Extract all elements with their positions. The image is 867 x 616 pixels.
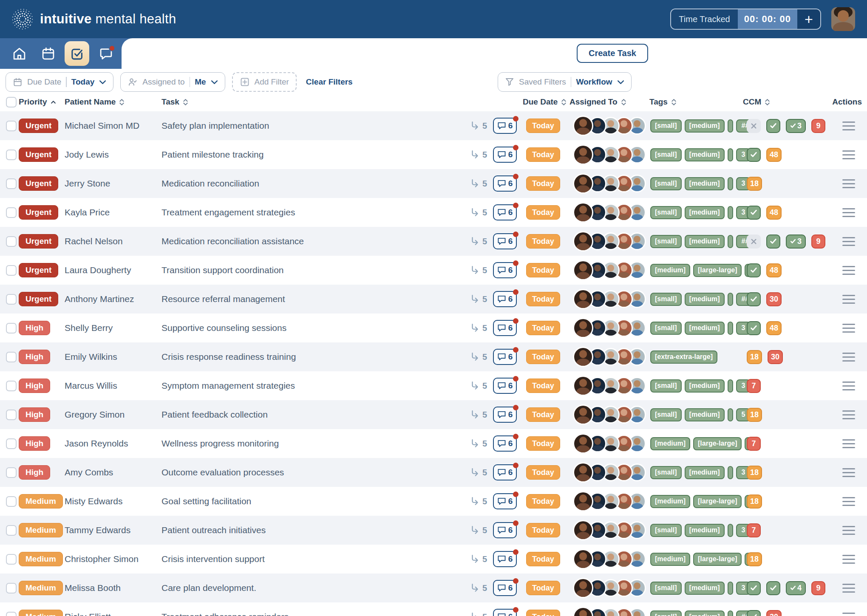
task-title[interactable]: Patient milestone tracking xyxy=(162,150,462,160)
task-title[interactable]: Patient outreach initiatives xyxy=(162,525,462,535)
comments-button[interactable]: 6 xyxy=(493,378,517,394)
task-title[interactable]: Medication reconciliation assistance xyxy=(162,236,462,246)
row-checkbox[interactable] xyxy=(6,554,17,565)
ccm-check-button[interactable] xyxy=(747,263,761,277)
due-date-badge[interactable]: Today xyxy=(526,610,560,616)
comments-button[interactable]: 6 xyxy=(493,551,517,567)
row-actions-menu[interactable] xyxy=(842,208,855,217)
row-actions-menu[interactable] xyxy=(842,497,855,506)
select-all-checkbox[interactable] xyxy=(6,97,17,107)
patient-name[interactable]: Christopher Simon xyxy=(65,554,162,564)
row-checkbox[interactable] xyxy=(6,496,17,507)
row-checkbox[interactable] xyxy=(6,294,17,305)
row-checkbox[interactable] xyxy=(6,467,17,478)
due-date-badge[interactable]: Today xyxy=(526,234,560,249)
row-checkbox[interactable] xyxy=(6,612,17,616)
ccm-minutes-badge[interactable]: 30 xyxy=(768,350,783,364)
column-header-tags[interactable]: Tags xyxy=(649,97,743,107)
row-actions-menu[interactable] xyxy=(842,266,855,275)
row-actions-menu[interactable] xyxy=(842,353,855,362)
ccm-minutes-badge[interactable]: 18 xyxy=(747,552,762,566)
patient-name[interactable]: Shelly Berry xyxy=(65,323,162,333)
add-filter-button[interactable]: Add Filter xyxy=(232,72,297,92)
ccm-check-button[interactable] xyxy=(747,148,761,162)
ccm-check-count-button[interactable]: 4 xyxy=(786,581,806,595)
task-title[interactable]: Transition support coordination xyxy=(162,265,462,275)
patient-name[interactable]: Laura Dougherty xyxy=(65,265,162,275)
ccm-minutes-badge[interactable]: 18 xyxy=(747,408,762,422)
nav-calendar[interactable] xyxy=(36,41,60,66)
row-checkbox[interactable] xyxy=(6,121,17,131)
due-date-badge[interactable]: Today xyxy=(526,350,560,364)
patient-name[interactable]: Ricky Elliott xyxy=(65,612,162,616)
comments-button[interactable]: 6 xyxy=(493,147,517,163)
due-date-badge[interactable]: Today xyxy=(526,263,560,277)
patient-name[interactable]: Melissa Booth xyxy=(65,583,162,593)
row-actions-menu[interactable] xyxy=(842,381,855,390)
task-title[interactable]: Crisis intervention support xyxy=(162,554,462,564)
ccm-minutes-badge[interactable]: 18 xyxy=(747,466,762,480)
row-checkbox[interactable] xyxy=(6,150,17,160)
task-title[interactable]: Crisis response readiness training xyxy=(162,352,462,362)
patient-name[interactable]: Amy Combs xyxy=(65,467,162,478)
row-checkbox[interactable] xyxy=(6,525,17,536)
patient-name[interactable]: Emily Wilkins xyxy=(65,352,162,362)
patient-name[interactable]: Misty Edwards xyxy=(65,496,162,506)
column-header-priority[interactable]: Priority xyxy=(19,97,65,107)
comments-button[interactable]: 6 xyxy=(493,175,517,192)
ccm-minutes-badge[interactable]: 18 xyxy=(747,177,762,191)
column-header-patient-name[interactable]: Patient Name xyxy=(65,97,162,107)
ccm-minutes-badge[interactable]: 18 xyxy=(747,350,762,364)
column-header-task[interactable]: Task xyxy=(162,97,462,107)
comments-button[interactable]: 6 xyxy=(493,349,517,365)
row-checkbox[interactable] xyxy=(6,381,17,391)
column-header-due-date[interactable]: Due Date xyxy=(523,97,570,107)
due-date-badge[interactable]: Today xyxy=(526,407,560,422)
ccm-dismiss-button[interactable] xyxy=(747,119,761,133)
ccm-check-button[interactable] xyxy=(766,581,780,595)
row-actions-menu[interactable] xyxy=(842,179,855,188)
row-actions-menu[interactable] xyxy=(842,613,855,616)
user-avatar[interactable] xyxy=(831,7,855,31)
comments-button[interactable]: 6 xyxy=(493,435,517,452)
ccm-check-button[interactable] xyxy=(747,581,761,595)
row-actions-menu[interactable] xyxy=(842,150,855,159)
patient-name[interactable]: Rachel Nelson xyxy=(65,236,162,246)
due-date-badge[interactable]: Today xyxy=(526,176,560,191)
patient-name[interactable]: Marcus Willis xyxy=(65,381,162,391)
assigned-to-filter[interactable]: Assigned to Me xyxy=(120,72,225,92)
ccm-check-button[interactable] xyxy=(766,119,780,133)
patient-name[interactable]: Gregory Simon xyxy=(65,410,162,420)
row-actions-menu[interactable] xyxy=(842,526,855,535)
due-date-badge[interactable]: Today xyxy=(526,523,560,537)
comments-button[interactable]: 6 xyxy=(493,522,517,538)
ccm-check-count-button[interactable]: 3 xyxy=(786,235,806,249)
patient-name[interactable]: Jerry Stone xyxy=(65,178,162,189)
row-checkbox[interactable] xyxy=(6,207,17,218)
ccm-minutes-badge[interactable]: 9 xyxy=(811,581,825,595)
task-title[interactable]: Symptom management strategies xyxy=(162,381,462,391)
task-title[interactable]: Treatment engagement strategies xyxy=(162,207,462,218)
nav-home[interactable] xyxy=(7,41,31,66)
clear-filters-link[interactable]: Clear Filters xyxy=(306,77,353,87)
patient-name[interactable]: Jody Lewis xyxy=(65,150,162,160)
row-actions-menu[interactable] xyxy=(842,555,855,564)
due-date-badge[interactable]: Today xyxy=(526,436,560,451)
patient-name[interactable]: Anthony Martinez xyxy=(65,294,162,304)
row-actions-menu[interactable] xyxy=(842,410,855,419)
task-title[interactable]: Supportive counseling sessions xyxy=(162,323,462,333)
row-actions-menu[interactable] xyxy=(842,122,855,130)
ccm-check-button[interactable] xyxy=(747,206,761,220)
comments-button[interactable]: 6 xyxy=(493,118,517,134)
task-title[interactable]: Goal setting facilitation xyxy=(162,496,462,506)
ccm-minutes-badge[interactable]: 7 xyxy=(747,523,761,537)
patient-name[interactable]: Kayla Price xyxy=(65,207,162,218)
comments-button[interactable]: 6 xyxy=(493,407,517,423)
patient-name[interactable]: Tammy Edwards xyxy=(65,525,162,535)
nav-messages[interactable] xyxy=(94,41,118,66)
due-date-filter[interactable]: Due Date Today xyxy=(6,72,113,92)
nav-tasks[interactable] xyxy=(65,41,89,66)
ccm-minutes-badge[interactable]: 30 xyxy=(766,610,782,616)
row-checkbox[interactable] xyxy=(6,438,17,449)
task-title[interactable]: Outcome evaluation processes xyxy=(162,467,462,478)
